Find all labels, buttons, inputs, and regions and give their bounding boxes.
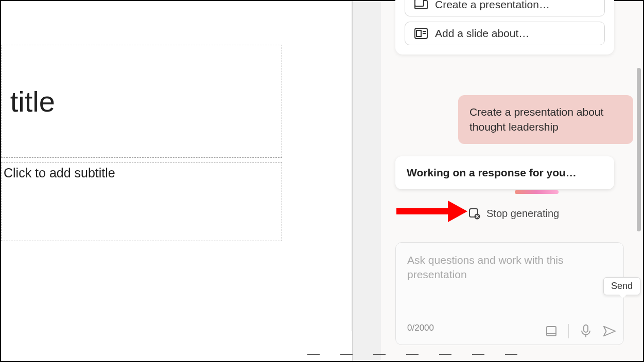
svg-rect-10 — [547, 327, 556, 336]
stage-gutter — [352, 1, 381, 361]
statusbar-icons — [307, 353, 637, 361]
panel-scrollbar[interactable] — [637, 68, 641, 231]
suggestion-card: Create a presentation… Add a slide about… — [395, 0, 614, 55]
assistant-status-text: Working on a response for you… — [407, 167, 577, 178]
input-icon-row — [545, 324, 616, 338]
stop-generating-button[interactable]: Stop generating — [465, 206, 563, 222]
suggestion-label: Add a slide about… — [435, 27, 529, 40]
stop-generating-label: Stop generating — [486, 208, 559, 220]
copilot-input-card[interactable]: Ask questions and work with this present… — [395, 242, 624, 345]
char-counter: 0/2000 — [407, 323, 434, 333]
status-icon[interactable] — [373, 354, 386, 361]
stop-icon — [469, 208, 480, 220]
user-message: Create a presentation about thought lead… — [458, 95, 633, 144]
book-icon[interactable] — [545, 324, 558, 338]
suggestion-label: Create a presentation… — [435, 0, 550, 11]
create-presentation-button[interactable]: Create a presentation… — [405, 0, 605, 16]
tooltip-text: Send — [611, 281, 633, 291]
send-tooltip: Send — [603, 277, 640, 295]
svg-rect-12 — [584, 325, 588, 332]
status-icon[interactable] — [505, 354, 517, 361]
svg-rect-3 — [416, 30, 421, 37]
loading-gradient — [515, 190, 559, 194]
app-window: k to add title Click to add subtitle Cre… — [0, 0, 644, 362]
slide-title-placeholder[interactable]: k to add title — [1, 45, 282, 158]
status-icon[interactable] — [307, 354, 320, 361]
slide-title-text: k to add title — [0, 85, 55, 118]
slide-subtitle-placeholder[interactable]: Click to add subtitle — [1, 162, 282, 241]
status-icon[interactable] — [439, 354, 451, 361]
slide-canvas[interactable]: k to add title Click to add subtitle — [1, 1, 352, 331]
status-icon[interactable] — [340, 354, 353, 361]
status-icon[interactable] — [406, 354, 419, 361]
add-slide-button[interactable]: Add a slide about… — [405, 22, 605, 45]
copilot-panel: Create a presentation… Add a slide about… — [381, 1, 643, 361]
assistant-status-message: Working on a response for you… — [395, 156, 614, 189]
slide-subtitle-text: Click to add subtitle — [4, 166, 115, 180]
send-icon[interactable] — [603, 324, 616, 338]
separator — [568, 324, 569, 338]
user-message-text: Create a presentation about thought lead… — [469, 106, 603, 133]
slide-layout-icon — [414, 28, 428, 39]
presentation-icon — [414, 0, 428, 10]
slide-stage: k to add title Click to add subtitle — [1, 1, 352, 361]
annotation-arrow — [396, 203, 468, 219]
copilot-input-placeholder: Ask questions and work with this present… — [407, 253, 612, 282]
microphone-icon[interactable] — [579, 324, 593, 338]
status-icon[interactable] — [472, 354, 484, 361]
svg-rect-1 — [415, 0, 424, 6]
